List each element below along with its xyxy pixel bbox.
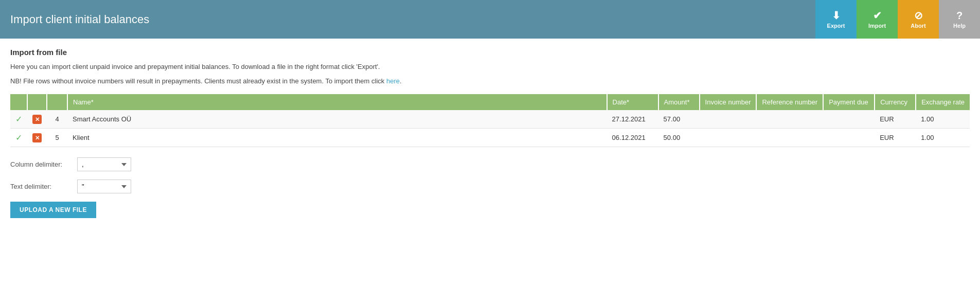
abort-icon: ⊘ [914, 10, 923, 21]
col-header-invoice: Invoice number [700, 94, 757, 110]
row-invoice-1 [700, 129, 757, 147]
table-header-row: Name* Date* Amount* Invoice number Refer… [10, 94, 970, 110]
table-row: ✓ ✕ 4 Smart Accounts OÜ 27.12.2021 57.00… [10, 110, 970, 129]
help-label: Help [953, 23, 966, 29]
abort-button[interactable]: ⊘ Abort [898, 0, 939, 39]
col-header-ref: Reference number [756, 94, 823, 110]
row-due-0 [823, 110, 875, 129]
col-header-name: Name* [67, 94, 607, 110]
description-text: Here you can import client unpaid invoic… [10, 62, 970, 72]
export-label: Export [827, 23, 845, 29]
row-exchange-0: 1.00 [916, 110, 970, 129]
row-currency-1: EUR [875, 129, 916, 147]
text-delimiter-row: Text delimiter: " ' [10, 180, 970, 193]
row-num-0: 4 [47, 110, 67, 129]
export-button[interactable]: ⬇ Export [815, 0, 857, 39]
row-check-1: ✓ [10, 129, 27, 147]
col-header-del [27, 94, 47, 110]
col-header-amount: Amount* [658, 94, 700, 110]
form-section: Column delimiter: , ; | \t Text delimite… [10, 157, 970, 218]
row-amount-1: 50.00 [658, 129, 700, 147]
section-title: Import from file [10, 48, 970, 57]
row-ref-1 [756, 129, 823, 147]
text-delimiter-select[interactable]: " ' [77, 180, 131, 193]
column-delimiter-select[interactable]: , ; | \t [77, 157, 131, 171]
help-icon: ? [956, 10, 963, 21]
delete-icon[interactable]: ✕ [32, 133, 42, 142]
col-header-due: Payment due [823, 94, 875, 110]
note-text: NB! File rows without invoice numbers wi… [10, 76, 970, 86]
row-name-0: Smart Accounts OÜ [67, 110, 607, 129]
row-currency-0: EUR [875, 110, 916, 129]
import-label: Import [868, 23, 886, 29]
row-due-1 [823, 129, 875, 147]
row-date-1: 06.12.2021 [607, 129, 658, 147]
upload-row: UPLOAD A NEW FILE [10, 202, 970, 218]
import-button[interactable]: ✔ Import [857, 0, 898, 39]
check-icon: ✓ [15, 115, 22, 123]
help-button[interactable]: ? Help [939, 0, 980, 39]
upload-button[interactable]: UPLOAD A NEW FILE [10, 202, 96, 218]
column-delimiter-row: Column delimiter: , ; | \t [10, 157, 970, 171]
check-icon: ✓ [15, 133, 22, 142]
import-table: Name* Date* Amount* Invoice number Refer… [10, 94, 970, 147]
row-date-0: 27.12.2021 [607, 110, 658, 129]
col-header-check [10, 94, 27, 110]
row-delete-0[interactable]: ✕ [27, 110, 47, 129]
app-header: Import client initial balances ⬇ Export … [0, 0, 980, 39]
row-ref-0 [756, 110, 823, 129]
page-title: Import client initial balances [0, 0, 815, 39]
main-content: Import from file Here you can import cli… [0, 39, 980, 236]
col-header-exchange: Exchange rate [916, 94, 970, 110]
row-amount-0: 57.00 [658, 110, 700, 129]
here-link[interactable]: here [386, 77, 400, 85]
import-icon: ✔ [873, 10, 882, 21]
abort-label: Abort [911, 23, 925, 29]
row-exchange-1: 1.00 [916, 129, 970, 147]
header-actions: ⬇ Export ✔ Import ⊘ Abort ? Help [815, 0, 980, 39]
col-header-date: Date* [607, 94, 658, 110]
row-delete-1[interactable]: ✕ [27, 129, 47, 147]
row-name-1: Klient [67, 129, 607, 147]
export-icon: ⬇ [832, 10, 841, 21]
row-num-1: 5 [47, 129, 67, 147]
delete-icon[interactable]: ✕ [32, 115, 42, 124]
text-delimiter-label: Text delimiter: [10, 183, 77, 190]
row-check-0: ✓ [10, 110, 27, 129]
table-row: ✓ ✕ 5 Klient 06.12.2021 50.00 EUR 1.00 [10, 129, 970, 147]
column-delimiter-label: Column delimiter: [10, 160, 77, 168]
col-header-num [47, 94, 67, 110]
col-header-currency: Currency [875, 94, 916, 110]
row-invoice-0 [700, 110, 757, 129]
